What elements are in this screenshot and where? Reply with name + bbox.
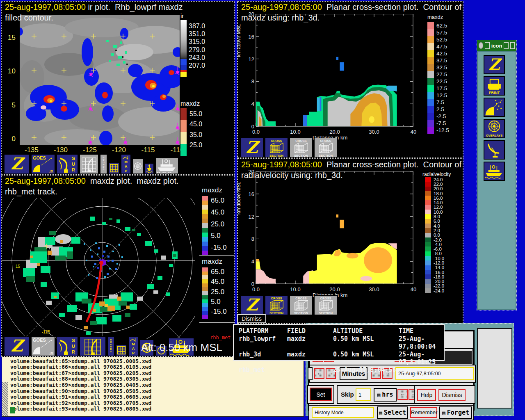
zebra-logo-icon[interactable]: Z [4, 336, 30, 356]
window-title-line2: rhb_met track. [5, 187, 57, 196]
window-iconify-button[interactable] [504, 42, 508, 49]
surface-radar-icon[interactable]: SUR [57, 336, 78, 356]
colorbar-entry: -12.0 [425, 260, 444, 265]
forget-button[interactable]: ▤Forget [439, 406, 472, 419]
x-tick-label: 40 [411, 286, 416, 292]
map-icon[interactable]: MAP [128, 336, 138, 356]
radar-scan-icon[interactable] [484, 98, 505, 117]
print-icon[interactable]: PRINT [484, 76, 505, 96]
bounds-icon[interactable]: BOUNDS [107, 336, 114, 356]
window-doc-button[interactable] [485, 42, 489, 49]
hrs-button[interactable]: ▤hrs [374, 388, 397, 402]
cross-section-icon[interactable]: CROSSSECTION [314, 295, 337, 315]
cross-section-maxdz-window: 25-aug-1997,08:05:00 Planar cross-sectio… [237, 1, 463, 158]
colorbar-segment [202, 196, 208, 201]
help-button[interactable]: Help [417, 389, 436, 401]
colorbar-tick-label: 5.0 [211, 232, 227, 239]
svg-text:CROSS: CROSS [271, 297, 282, 300]
x-tick-label: -115 [142, 146, 155, 154]
bounds-icon[interactable]: BOUNDS [100, 154, 107, 174]
overlays-icon[interactable]: OVERLAYS [484, 119, 505, 138]
maxdz-colorbar-labels: 65.045.025.05.0-15.0 [211, 197, 227, 251]
terminal-scrollbar[interactable] [2, 382, 8, 417]
zebra-logo-icon[interactable]: Z [240, 295, 263, 315]
goes-ir-icon[interactable]: GOES.IR [31, 336, 55, 356]
cross-section-icon[interactable]: CROSSSECTION [314, 138, 337, 158]
cross-section-icon-selected[interactable]: CROSSSECTION [265, 295, 288, 315]
altitude-readout: Alt: 0.50 km MSL [141, 341, 222, 354]
colorbar-segment [202, 251, 208, 255]
y-tick-label: 5 [3, 101, 16, 110]
surface-radar-icon[interactable]: SUR [57, 154, 78, 174]
grid-icon[interactable] [109, 162, 119, 174]
remember-button[interactable]: Remember [410, 407, 437, 418]
colorbar-entry: -18.0 [425, 274, 444, 279]
colorbar-entry: 62.5 [427, 22, 449, 29]
y-axis-label: km above MSL [236, 182, 242, 215]
svg-text:SECTION: SECTION [294, 154, 308, 157]
plot-time: 25-aug-1997,08:05:00 [5, 2, 86, 11]
platform-table: PLATFORMFIELDALTITUDETIME rhb_lowprfmaxd… [233, 324, 445, 361]
side-panel-window [477, 328, 512, 409]
goes-ir-icon[interactable]: GOES.IR [31, 154, 55, 174]
colorbar-segment [202, 242, 208, 246]
radar-ppi-window: 25-aug-1997,08:05:00 maxdz plot. maxdz p… [1, 175, 235, 357]
window-title: 25-aug-1997,08:05:00 Planar cross-sectio… [241, 160, 461, 169]
colorbar-entry: 2.0 [425, 228, 444, 233]
colorbar-tick-label: 315.0 [189, 39, 205, 45]
buoy-icon[interactable] [145, 163, 154, 174]
svg-text:SECTION: SECTION [269, 154, 284, 157]
colorbar-title: maxdz [202, 258, 222, 266]
cross-section-icon-selected[interactable]: CROSSSECTION [265, 138, 288, 158]
colorbar-tick-label: 5.0 [211, 298, 227, 305]
doc-icon: ▤ [379, 410, 382, 416]
skip-value-field[interactable]: 1 [356, 388, 371, 401]
grid-radar-icon[interactable] [80, 336, 106, 356]
map-icon[interactable]: MAP [121, 154, 131, 174]
skip-back-button[interactable]: ← [397, 389, 408, 400]
history-row: History Mode ▤Select Remember ▤Forget [308, 405, 474, 420]
svg-text:PRINT: PRINT [489, 91, 500, 95]
cross-section-plot: 0.010.020.030.040 201612840 Distance in … [255, 171, 413, 285]
colorbar-entry: -4.0 [425, 242, 444, 247]
table-row: rhb_lowprfmaxdz0.50 km MSL25-Aug-97,8:00… [234, 335, 444, 351]
colorbar-entry: -2.5 [427, 113, 449, 120]
dismiss-button[interactable]: Dismiss [237, 314, 266, 323]
ship-icon[interactable] [155, 158, 178, 174]
colorbar-segment [202, 272, 208, 276]
colorbar-segment [202, 315, 208, 319]
svg-text:SECTION: SECTION [319, 154, 333, 157]
cross-section-icon[interactable]: CROSSSECTION [290, 138, 313, 158]
zebra-logo-icon[interactable]: Z [240, 138, 263, 158]
colorbar-segment [202, 201, 208, 205]
y-tick-label: 4 [242, 101, 254, 107]
doc-icon: ▤ [442, 410, 445, 416]
colorbar-tick-label: 35.0 [189, 132, 202, 138]
table-header-row: PLATFORMFIELDALTITUDETIME [234, 327, 444, 335]
satellite-image [20, 15, 180, 145]
maxdz-colorbar [202, 267, 208, 319]
zebra-logo-icon[interactable]: Z [4, 154, 30, 174]
set-time-button[interactable]: Set Time [310, 388, 332, 401]
antenna-icon[interactable] [484, 140, 505, 160]
colorbar-segment [202, 311, 208, 315]
table-cell: 0.50 km MSL [333, 335, 399, 351]
window-menu-button[interactable] [479, 42, 483, 49]
table-cell: rhb_met [239, 366, 287, 374]
history-mode-field[interactable]: History Mode [312, 407, 374, 418]
colorbar-segment [202, 303, 208, 307]
svg-text:Z: Z [11, 337, 25, 355]
select-button[interactable]: ▤Select [377, 406, 408, 419]
colorbar-segment [180, 144, 187, 156]
map-tick-label: -125 [42, 330, 50, 334]
grid-radar-icon[interactable] [80, 154, 98, 174]
zebra-logo-icon[interactable]: Z [484, 55, 505, 74]
ship-icon[interactable] [484, 162, 505, 181]
compass-icon[interactable] [132, 158, 143, 174]
colorbar-entry: 20.0 [425, 187, 444, 191]
colorbar-entry: 7.5 [427, 99, 449, 106]
grid-icon[interactable] [116, 345, 127, 356]
cross-section-icon[interactable]: CROSSSECTION [290, 295, 313, 315]
dismiss-button[interactable]: Dismiss [438, 389, 466, 401]
window-resize-button[interactable] [510, 42, 515, 49]
